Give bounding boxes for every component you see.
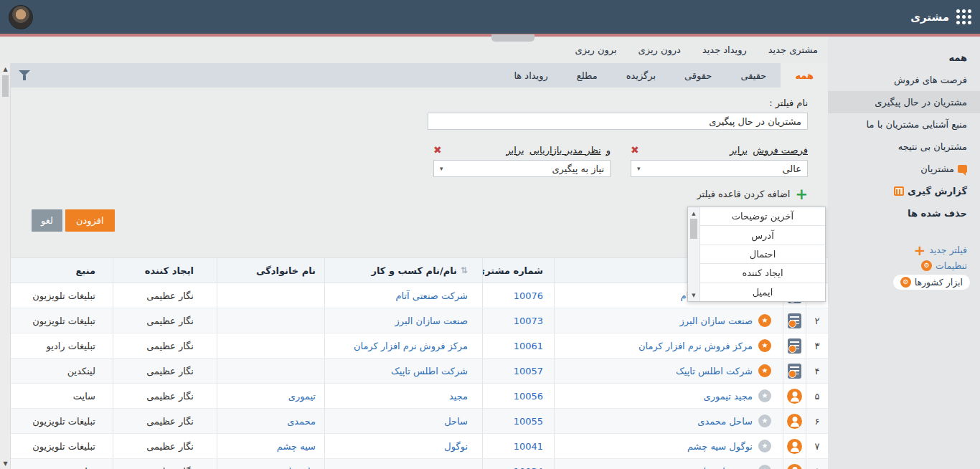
remove-rule-icon[interactable]: ✖ xyxy=(433,144,442,156)
sort-icon[interactable]: ⇅ xyxy=(461,265,468,275)
star-icon[interactable] xyxy=(758,339,771,352)
last-name-cell[interactable] xyxy=(217,283,324,308)
star-icon[interactable] xyxy=(758,389,771,402)
customer-number-cell[interactable]: 10076 xyxy=(482,283,554,308)
business-name-cell[interactable]: شرکت صنعتی آتام xyxy=(324,283,482,308)
last-name-cell[interactable] xyxy=(217,333,324,358)
user-avatar[interactable] xyxy=(9,5,33,29)
rule-field-link[interactable]: فرصت فروش xyxy=(753,145,808,156)
rule-field-link[interactable]: نظر مدیر بازاریابی xyxy=(529,145,601,156)
tab-2[interactable]: حقوقی xyxy=(670,63,726,87)
header-customer-number[interactable]: شماره مشتری xyxy=(482,258,554,283)
tab-4[interactable]: مطلع xyxy=(562,63,612,87)
menu-item-2[interactable]: درون ریزی xyxy=(639,44,681,55)
customer-number-cell[interactable]: 10056 xyxy=(482,384,554,408)
dropdown-item-3[interactable]: ایجاد کننده xyxy=(700,263,825,282)
person-icon[interactable] xyxy=(787,464,802,469)
person-icon[interactable] xyxy=(787,414,802,429)
star-icon[interactable] xyxy=(758,414,771,427)
cancel-button[interactable]: لغو xyxy=(32,209,62,232)
sidebar-item-0[interactable]: همه xyxy=(828,47,980,69)
business-name-cell[interactable]: صنعت سازان البرز xyxy=(324,308,482,333)
business-name-cell[interactable]: نوگول xyxy=(324,434,482,458)
star-icon[interactable] xyxy=(758,314,771,327)
customer-name-link[interactable]: ساحل محمدی xyxy=(697,416,753,427)
sidebar-item-7[interactable]: حذف شده ها xyxy=(828,202,980,224)
header-source[interactable]: منبع xyxy=(9,258,113,283)
company-icon[interactable] xyxy=(788,313,801,328)
business-name-cell[interactable]: ساحل xyxy=(324,409,482,433)
person-icon[interactable] xyxy=(787,439,802,454)
sidebar-tool-1[interactable]: تنظیمات⚙ xyxy=(918,259,970,273)
page-scroll-up-icon[interactable]: ▲ xyxy=(0,64,11,74)
dropdown-scrollbar[interactable]: ▲ ▼ xyxy=(688,207,700,301)
star-icon[interactable] xyxy=(758,465,771,469)
remove-rule-icon[interactable]: ✖ xyxy=(631,144,639,156)
business-name-cell[interactable]: مرکز فروش نرم افزار کرمان xyxy=(324,333,482,358)
menu-item-0[interactable]: مشتری جدید xyxy=(768,44,818,55)
sidebar-tool-0[interactable]: فیلتر جدید+ xyxy=(910,243,970,257)
last-name-cell[interactable]: سیه چشم xyxy=(217,434,324,458)
company-icon[interactable] xyxy=(788,338,801,354)
apps-grid-icon[interactable] xyxy=(956,9,971,24)
add-button[interactable]: افزودن xyxy=(65,209,115,232)
dropdown-item-1[interactable]: آدرس xyxy=(700,225,825,244)
sidebar-tool-2[interactable]: ابزار کشورها⚙ xyxy=(893,275,970,290)
scroll-thumb[interactable] xyxy=(690,219,697,239)
add-filter-rule-button[interactable]: + اضافه کردن قاعده فیلتر xyxy=(20,189,808,199)
header-last-name[interactable]: نام خانوادگی xyxy=(217,258,324,283)
last-name-cell[interactable] xyxy=(217,359,324,383)
customer-number-cell[interactable]: 10073 xyxy=(482,308,554,333)
last-name-cell[interactable] xyxy=(217,308,324,333)
last-name-cell[interactable]: مازندرانی xyxy=(217,459,324,469)
page-scroll-thumb[interactable] xyxy=(2,75,9,97)
customer-number-cell[interactable]: 10055 xyxy=(482,409,554,433)
rule-operator-link[interactable]: برابر xyxy=(730,145,748,156)
rule-value-select[interactable]: نیاز به پیگیری▾ xyxy=(433,160,611,177)
dropdown-item-0[interactable]: آخرین توضیحات xyxy=(700,207,825,225)
customer-number-cell[interactable]: 10034 xyxy=(482,459,554,469)
dropdown-item-4[interactable]: ایمیل xyxy=(700,283,825,301)
rule-conjunction[interactable]: و xyxy=(606,145,611,156)
header-business-name[interactable]: ⇅ نام/نام کسب و کار xyxy=(324,258,482,283)
tab-5[interactable]: رویداد ها xyxy=(499,63,562,87)
person-icon[interactable] xyxy=(787,389,802,404)
sidebar-item-6[interactable]: گزارش گیری xyxy=(828,180,980,202)
sidebar-item-1[interactable]: فرصت های فروش xyxy=(828,69,980,91)
customer-name-link[interactable]: مرکز فروش نرم افزار کرمان xyxy=(639,341,753,351)
customer-name-link[interactable]: نوگول سیه چشم xyxy=(687,441,753,452)
business-name-cell[interactable]: شرکت اطلس تاپیک xyxy=(324,359,482,383)
scroll-down-icon[interactable]: ▼ xyxy=(688,290,699,300)
filter-funnel-icon[interactable] xyxy=(19,70,30,81)
last-name-cell[interactable]: محمدی xyxy=(217,409,324,433)
page-scrollbar[interactable]: ▲ ▼ xyxy=(0,63,11,469)
last-name-cell[interactable]: تیموری xyxy=(217,384,324,408)
panel-drag-handle[interactable] xyxy=(491,34,534,42)
dropdown-item-2[interactable]: احتمال xyxy=(700,245,825,263)
tab-3[interactable]: برگزیده xyxy=(612,63,670,87)
page-scroll-down-icon[interactable]: ▼ xyxy=(0,458,11,468)
customer-name-link[interactable]: شرکت اطلس تاپیک xyxy=(676,366,753,376)
tab-0[interactable]: همه xyxy=(781,63,828,87)
star-icon[interactable] xyxy=(758,440,771,453)
scroll-up-icon[interactable]: ▲ xyxy=(688,209,699,218)
sidebar-item-4[interactable]: مشتریان بی نتیجه xyxy=(828,136,980,158)
tab-1[interactable]: حقیقی xyxy=(726,63,781,87)
sidebar-item-3[interactable]: منبع آشنایی مشتریان با ما xyxy=(828,113,980,136)
business-name-cell[interactable]: یحیی xyxy=(324,459,482,469)
rule-value-select[interactable]: عالی▾ xyxy=(631,160,808,177)
business-name-cell[interactable]: مجید xyxy=(324,384,482,408)
customer-name-link[interactable]: صنعت سازان البرز xyxy=(680,316,753,326)
filter-name-input[interactable] xyxy=(428,113,808,130)
header-creator[interactable]: ایجاد کننده xyxy=(113,258,217,283)
company-icon[interactable] xyxy=(788,364,801,379)
customer-name-link[interactable]: مجید تیموری xyxy=(704,391,753,402)
rule-operator-link[interactable]: برابر xyxy=(506,145,524,156)
star-icon[interactable] xyxy=(758,364,771,377)
menu-item-3[interactable]: برون ریزی xyxy=(575,44,617,55)
customer-number-cell[interactable]: 10061 xyxy=(482,333,554,358)
customer-number-cell[interactable]: 10041 xyxy=(482,434,554,458)
menu-item-1[interactable]: رویداد جدید xyxy=(702,44,747,55)
customer-name-link[interactable]: یحیی مازندرانی xyxy=(693,466,753,469)
customer-number-cell[interactable]: 10057 xyxy=(482,359,554,383)
